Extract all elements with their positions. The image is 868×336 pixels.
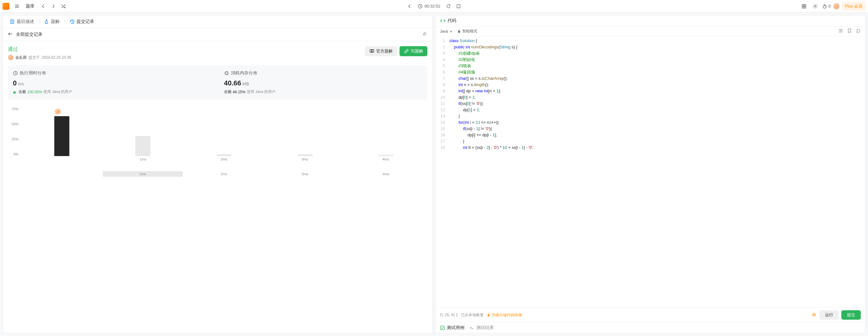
user-avatar[interactable]: [833, 3, 839, 9]
terminal-icon: [469, 325, 474, 330]
submit-button[interactable]: 提交: [841, 310, 861, 320]
svg-rect-25: [458, 31, 460, 33]
edit-icon: [404, 49, 409, 54]
problems-link[interactable]: 题库: [23, 3, 38, 9]
streak-count: 0: [829, 4, 831, 8]
notes-icon[interactable]: [454, 2, 463, 11]
timer[interactable]: 00:32:52: [415, 4, 443, 9]
history-icon: [70, 19, 75, 24]
code-icon: [440, 18, 445, 24]
write-solution-button[interactable]: 写题解: [400, 46, 427, 56]
cloud-upgrade-link[interactable]: 升级云端代码存储: [487, 312, 522, 318]
tab-testcases[interactable]: 测试用例: [440, 325, 464, 331]
topbar: 题库 00:32:52 0 Plus 会员: [0, 0, 868, 12]
streak-badge[interactable]: 0: [822, 4, 831, 9]
back-arrow-icon[interactable]: [8, 31, 13, 37]
tab-submissions[interactable]: 提交记录: [66, 17, 97, 26]
grid-icon[interactable]: [800, 2, 808, 11]
submitted-prefix: 提交于: [29, 55, 40, 60]
timer-prev-icon[interactable]: [405, 2, 414, 11]
restored-label: 已从本地恢复: [461, 312, 484, 318]
link-icon[interactable]: [422, 31, 427, 38]
tab-test-results[interactable]: 测试结果: [469, 325, 494, 331]
format-icon[interactable]: [838, 28, 843, 34]
memory-value: 40.66: [224, 79, 241, 87]
svg-rect-7: [802, 7, 804, 8]
submitted-time: 2024.02.25 10:36: [42, 55, 71, 60]
status-label: 通过: [8, 46, 71, 53]
lock-icon: [487, 313, 491, 317]
left-tabs: 题目描述 | 题解 | 提交记录: [3, 16, 432, 28]
runtime-value: 0: [13, 79, 17, 87]
stats-card: 执行用时分布 0ms 击败 100.00% 使用 Java 的用户 消耗内存分布: [8, 65, 427, 99]
language-select[interactable]: Java: [440, 29, 453, 34]
svg-rect-8: [804, 7, 806, 8]
document-icon: [10, 19, 15, 24]
flask-icon: [44, 19, 49, 24]
run-button[interactable]: 运行: [819, 310, 839, 320]
plus-badge[interactable]: Plus 会员: [842, 2, 866, 11]
runtime-beat-pct: 100.00%: [27, 90, 42, 94]
bug-icon[interactable]: [811, 312, 817, 318]
smart-mode[interactable]: 智能模式: [457, 29, 477, 34]
book-icon: [369, 49, 374, 54]
svg-rect-6: [804, 4, 806, 6]
memory-title: 消耗内存分布: [231, 70, 257, 76]
settings-icon[interactable]: [811, 2, 820, 11]
svg-rect-16: [225, 72, 228, 74]
memory-beat-label: 击败: [224, 89, 231, 94]
next-icon[interactable]: [49, 2, 58, 11]
prev-icon[interactable]: [39, 2, 48, 11]
clock-icon: [13, 71, 18, 76]
fire-icon: [822, 4, 827, 9]
runtime-beat-label: 击败: [19, 89, 26, 94]
left-pane: 题目描述 | 题解 | 提交记录 全部提交记录 通过: [2, 15, 433, 334]
code-title: 代码: [440, 18, 456, 24]
logo[interactable]: [2, 3, 9, 10]
bookmark-icon[interactable]: [847, 28, 852, 34]
memory-using: 使用 Java 的用户: [247, 89, 276, 94]
runtime-title: 执行用时分布: [20, 70, 46, 76]
all-submissions-label: 全部提交记录: [16, 32, 42, 37]
svg-rect-5: [802, 4, 804, 6]
code-editor[interactable]: 1class Solution {2 public int numDecodin…: [436, 36, 865, 307]
reset-icon[interactable]: [856, 28, 861, 34]
tab-solutions[interactable]: 题解: [41, 17, 63, 26]
runtime-chart: 75%50%25%0% 1ms2ms3ms4ms 1ms2ms3ms4ms: [8, 104, 427, 179]
check-square-icon: [440, 325, 445, 330]
svg-rect-29: [488, 315, 490, 316]
official-solution-button[interactable]: 官方题解: [365, 46, 397, 56]
shuffle-icon[interactable]: [59, 2, 68, 11]
submitter-avatar: [8, 55, 13, 60]
runtime-using: 使用 Java 的用户: [43, 89, 72, 94]
clap-icon: [13, 90, 17, 94]
memory-beat-pct: 46.15%: [233, 90, 246, 94]
timer-value: 00:32:52: [425, 4, 441, 8]
timer-reset-icon[interactable]: [444, 2, 453, 11]
svg-rect-4: [457, 5, 460, 8]
lock-icon: [457, 30, 461, 33]
tab-description[interactable]: 题目描述: [7, 17, 37, 26]
memory-icon: [224, 71, 229, 76]
svg-point-9: [815, 6, 816, 7]
sidebar-toggle-icon[interactable]: [12, 2, 21, 11]
username: 会乱荷: [16, 55, 27, 60]
cursor-info: 行 25, 列 2: [440, 312, 458, 318]
right-pane: 代码 Java 智能模式 1class Solution {2 public i…: [435, 15, 866, 334]
chevron-down-icon: [449, 30, 453, 33]
